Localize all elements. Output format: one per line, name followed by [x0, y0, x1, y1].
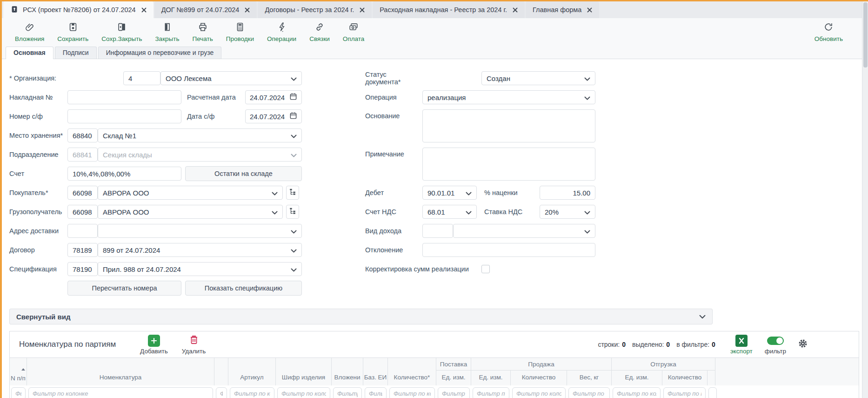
delete-row-button[interactable]: Удалить [182, 334, 206, 355]
close-icon[interactable] [360, 7, 365, 13]
column-header-quantity[interactable]: Количество* [388, 358, 436, 385]
refresh-button[interactable]: Обновить [808, 18, 849, 46]
tab-invoice-registry[interactable]: Расходная накладная - Реестр за 2024 г. [373, 1, 525, 18]
filter-input-article[interactable] [230, 387, 274, 398]
calc-date-field[interactable]: 24.07.2024 [245, 90, 302, 104]
filter-input-npp[interactable] [11, 387, 26, 398]
tab-dog[interactable]: ДОГ №899 от 24.07.2024 [154, 1, 257, 18]
tab-rsx[interactable]: РСХ (проект №78206) от 24.07.2024 [3, 1, 154, 18]
filter-input-shipment-unit[interactable] [613, 387, 661, 398]
close-icon[interactable] [513, 7, 518, 13]
markup-field[interactable] [540, 186, 595, 200]
contract-select[interactable]: 899 от 24.07.2024 [98, 243, 302, 257]
filter-input-sale-unit[interactable] [473, 387, 509, 398]
calendar-icon[interactable] [289, 112, 297, 121]
sf-date-field[interactable]: 24.07.2024 [245, 109, 302, 123]
filter-input-clipped[interactable] [708, 387, 717, 398]
delivery-address-select[interactable] [98, 224, 302, 238]
column-header-sale-quantity[interactable]: Количество [511, 371, 567, 385]
organization-select[interactable]: ООО Лексема [160, 71, 302, 85]
column-header-attachments[interactable]: Вложени [332, 358, 363, 385]
consignee-select[interactable]: АВРОРА ООО [98, 205, 283, 219]
correction-checkbox[interactable] [481, 265, 490, 273]
buyer-code-field[interactable] [67, 186, 98, 200]
filter-toggle[interactable]: фильтр [765, 335, 786, 355]
filter-input-supply-unit[interactable] [438, 387, 470, 398]
column-header-supply-unit[interactable]: Ед. изм. [436, 371, 471, 385]
consignee-tree-button[interactable] [286, 205, 299, 219]
status-select[interactable]: Создан [481, 71, 595, 85]
filter-input-nomenclature[interactable] [28, 387, 213, 398]
filter-input-quantity[interactable] [389, 387, 435, 398]
gear-icon[interactable] [798, 339, 808, 350]
print-button[interactable]: Печать [186, 18, 219, 46]
income-type-code-field[interactable] [422, 224, 453, 238]
column-header-product-code[interactable]: Шифр изделия [276, 358, 332, 385]
column-header-sale-weight[interactable]: Вес, кг [567, 371, 611, 385]
excel-export-button[interactable]: экспорт [730, 335, 753, 355]
close-icon[interactable] [245, 7, 250, 13]
show-specification-button[interactable]: Показать спецификацию [185, 281, 302, 296]
column-header-nomenclature[interactable]: Номенклатура [27, 358, 214, 385]
recalc-numbers-button[interactable]: Пересчитать номера [67, 281, 181, 296]
column-header-shipment-quantity[interactable]: Количество [662, 371, 708, 385]
add-row-button[interactable]: Добавить [140, 335, 168, 355]
close-icon[interactable] [141, 7, 147, 13]
column-header-shipment-unit[interactable]: Ед. изм. [612, 371, 662, 385]
filter-input-sale-weight[interactable] [568, 387, 610, 398]
save-close-button[interactable]: Сохр.Закрыть [95, 18, 148, 46]
invoice-number-field[interactable] [67, 90, 181, 104]
column-header-base-unit[interactable]: Баз. ЕИ [363, 358, 388, 385]
save-button[interactable]: Сохранить [51, 18, 95, 46]
income-type-select[interactable] [453, 224, 595, 238]
tab-contracts-registry[interactable]: Договоры - Реестр за 2024 г. [258, 1, 372, 18]
attachments-button[interactable]: Вложения [8, 18, 51, 46]
column-header-article[interactable]: Артикул [228, 358, 276, 385]
scrollbar-thumb[interactable] [863, 2, 868, 67]
delivery-address-code-field[interactable] [67, 224, 98, 238]
sf-number-field[interactable] [67, 109, 181, 123]
note-textarea[interactable] [422, 148, 595, 181]
buyer-select[interactable]: АВРОРА ООО [98, 186, 283, 200]
specification-select[interactable]: Прил. 988 от 24.07.2024 [98, 262, 302, 276]
filter-input-base-unit[interactable] [365, 387, 387, 398]
tab-main[interactable]: Основная [6, 47, 53, 59]
consignee-code-field[interactable] [67, 205, 98, 219]
payment-button[interactable]: Оплата [336, 18, 371, 46]
postings-button[interactable]: Проводки [220, 18, 260, 46]
chevron-down-icon[interactable] [699, 315, 706, 319]
account-field[interactable] [67, 167, 181, 181]
stock-balance-button[interactable]: Остатки на складе [185, 166, 302, 181]
buyer-tree-button[interactable] [286, 186, 299, 200]
division-code-field[interactable] [67, 148, 98, 162]
operation-select[interactable]: реализация [422, 90, 595, 104]
organization-code-field[interactable] [123, 71, 160, 85]
specification-code-field[interactable] [67, 262, 98, 276]
calendar-icon[interactable] [289, 93, 297, 102]
division-select[interactable]: Секция склады [98, 148, 302, 162]
basis-textarea[interactable] [422, 109, 595, 142]
column-header-sale-unit[interactable]: Ед. изм. [471, 371, 511, 385]
window-scrollbar[interactable] [862, 1, 868, 398]
column-header-npp[interactable]: N п/п [10, 358, 27, 385]
tab-main-form[interactable]: Главная форма [526, 1, 599, 18]
links-button[interactable]: Связки [303, 18, 336, 46]
storage-select[interactable]: Склад №1 [98, 128, 302, 142]
operations-button[interactable]: Операции [260, 18, 303, 46]
filter-input-blank[interactable] [216, 387, 227, 398]
filter-input-attachments[interactable] [333, 387, 362, 398]
close-button[interactable]: Закрыть [148, 18, 186, 46]
vat-rate-select[interactable]: 20% [540, 205, 595, 219]
debit-select[interactable]: 90.01.01 [422, 186, 477, 200]
deviation-field[interactable] [422, 243, 595, 257]
filter-input-sale-quantity[interactable] [512, 387, 566, 398]
tab-signatures[interactable]: Подписи [55, 47, 97, 59]
close-icon[interactable] [587, 7, 592, 13]
storage-code-field[interactable] [67, 128, 98, 142]
contract-code-field[interactable] [67, 243, 98, 257]
collapsed-view-bar[interactable]: Свернутый вид [9, 309, 713, 324]
column-header-blank[interactable] [214, 358, 228, 385]
vat-account-select[interactable]: 68.01 [422, 205, 477, 219]
toggle-on-icon[interactable] [767, 337, 784, 345]
filter-input-shipment-quantity[interactable] [663, 387, 706, 398]
